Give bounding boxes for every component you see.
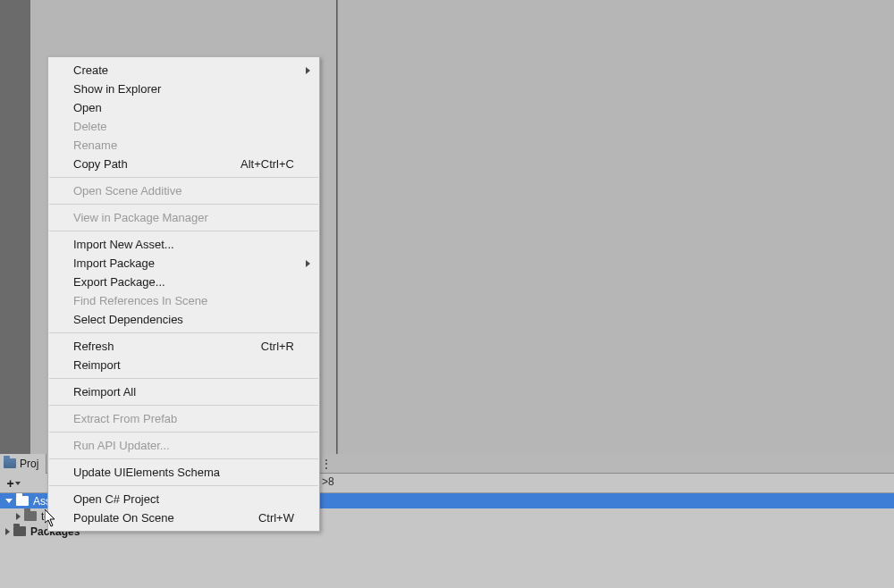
- menu-label: Find References In Scene: [73, 294, 207, 307]
- add-button[interactable]: +: [4, 475, 23, 491]
- menu-shortcut: Ctrl+W: [258, 511, 294, 525]
- menu-label: Refresh: [73, 340, 114, 353]
- menu-delete: Delete: [48, 117, 319, 136]
- tab-overflow-icon[interactable]: ⋮: [321, 458, 331, 470]
- menu-view-package-manager: View in Package Manager: [48, 208, 319, 227]
- panel-divider-light: [337, 0, 338, 454]
- menu-run-api-updater: Run API Updater...: [48, 436, 319, 455]
- menu-label: Extract From Prefab: [73, 412, 177, 425]
- menu-open-csharp-project[interactable]: Open C# Project: [48, 490, 319, 508]
- menu-shortcut: Ctrl+R: [261, 340, 294, 353]
- menu-show-in-explorer[interactable]: Show in Explorer: [48, 80, 319, 98]
- menu-extract-from-prefab: Extract From Prefab: [48, 409, 319, 428]
- menu-separator: [49, 231, 318, 231]
- tab-label: Proj: [20, 458, 38, 470]
- menu-label: Create: [73, 63, 108, 77]
- menu-label: Copy Path: [73, 157, 128, 171]
- menu-separator: [49, 332, 318, 333]
- menu-import-new-asset[interactable]: Import New Asset...: [48, 235, 319, 254]
- menu-refresh[interactable]: Refresh Ctrl+R: [48, 337, 319, 356]
- expand-arrow-icon[interactable]: [5, 499, 13, 503]
- menu-label: Run API Updater...: [73, 439, 170, 452]
- menu-shortcut: Alt+Ctrl+C: [240, 157, 294, 171]
- menu-copy-path[interactable]: Copy Path Alt+Ctrl+C: [48, 155, 319, 173]
- menu-update-uielements[interactable]: Update UIElements Schema: [48, 463, 319, 482]
- menu-label: Open: [73, 101, 102, 114]
- menu-separator: [49, 458, 318, 459]
- folder-icon: [16, 496, 29, 506]
- menu-label: Select Dependencies: [73, 313, 183, 326]
- menu-separator: [49, 485, 318, 486]
- menu-label: Import Package: [73, 256, 155, 270]
- menu-create[interactable]: Create: [48, 61, 319, 80]
- menu-separator: [49, 204, 318, 205]
- plus-icon: +: [6, 477, 13, 490]
- folder-icon: [13, 526, 26, 536]
- menu-label: Open Scene Additive: [73, 184, 181, 197]
- menu-select-dependencies[interactable]: Select Dependencies: [48, 310, 319, 329]
- menu-label: Show in Explorer: [73, 82, 161, 96]
- menu-separator: [49, 405, 318, 406]
- menu-label: Import New Asset...: [73, 238, 174, 251]
- project-icon: [4, 458, 16, 468]
- folder-icon: [24, 511, 37, 521]
- menu-find-references: Find References In Scene: [48, 291, 319, 310]
- menu-label: Export Package...: [73, 275, 165, 289]
- menu-open-scene-additive: Open Scene Additive: [48, 181, 319, 200]
- menu-separator: [49, 432, 318, 433]
- menu-reimport-all[interactable]: Reimport All: [48, 382, 319, 401]
- dropdown-caret-icon: [15, 482, 21, 485]
- menu-separator: [49, 378, 318, 379]
- submenu-arrow-icon: [306, 67, 310, 74]
- menu-export-package[interactable]: Export Package...: [48, 273, 319, 291]
- menu-reimport[interactable]: Reimport: [48, 356, 319, 374]
- menu-label: Reimport All: [73, 385, 136, 399]
- menu-label: Rename: [73, 139, 117, 152]
- menu-rename: Rename: [48, 136, 319, 155]
- menu-separator: [49, 177, 318, 178]
- toolbar-info: >8: [322, 475, 334, 488]
- menu-label: Delete: [73, 120, 107, 133]
- menu-import-package[interactable]: Import Package: [48, 254, 319, 273]
- menu-label: Open C# Project: [73, 492, 159, 506]
- context-menu: Create Show in Explorer Open Delete Rena…: [47, 56, 320, 532]
- submenu-arrow-icon: [306, 260, 310, 267]
- menu-populate-on-scene[interactable]: Populate On Scene Ctrl+W: [48, 508, 319, 527]
- menu-label: Reimport: [73, 358, 121, 372]
- expand-arrow-icon[interactable]: [5, 528, 10, 535]
- menu-label: Update UIElements Schema: [73, 466, 220, 479]
- menu-open[interactable]: Open: [48, 98, 319, 117]
- tab-project[interactable]: Proj: [0, 454, 46, 474]
- hierarchy-panel-edge: [0, 0, 30, 454]
- menu-label: View in Package Manager: [73, 211, 208, 224]
- expand-arrow-icon[interactable]: [16, 513, 21, 520]
- menu-label: Populate On Scene: [73, 511, 174, 525]
